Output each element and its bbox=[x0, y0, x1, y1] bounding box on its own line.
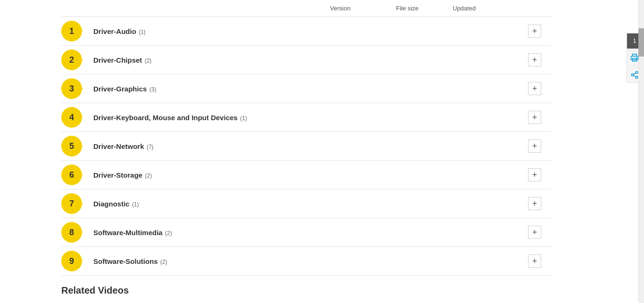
driver-count-9: (2) bbox=[159, 259, 167, 265]
col-updated-header: Updated bbox=[453, 5, 528, 12]
badge-number-5: 5 bbox=[61, 136, 82, 156]
related-videos-title: Related Videos bbox=[61, 285, 552, 296]
badge-number-9: 9 bbox=[61, 251, 82, 271]
driver-action-2: + bbox=[528, 53, 552, 66]
expand-btn-8[interactable]: + bbox=[528, 226, 541, 239]
print-icon bbox=[630, 54, 639, 62]
badge-number-8: 8 bbox=[61, 222, 82, 243]
badge-container-7: 7 bbox=[61, 193, 90, 214]
driver-row-left-9: 9 Software-Solutions (2) bbox=[61, 251, 330, 271]
driver-row-5: 5 Driver-Network (7) + bbox=[61, 132, 552, 161]
driver-row-7: 7 Diagnostic (1) + bbox=[61, 189, 552, 218]
expand-btn-9[interactable]: + bbox=[528, 254, 541, 268]
driver-action-3: + bbox=[528, 82, 552, 95]
badge-container-5: 5 bbox=[61, 136, 90, 156]
table-header: Version File size Updated bbox=[61, 0, 552, 17]
driver-row-left-3: 3 Driver-Graphics (3) bbox=[61, 78, 330, 99]
driver-action-1: + bbox=[528, 25, 552, 38]
badge-container-6: 6 bbox=[61, 164, 90, 185]
driver-name-2[interactable]: Driver-Chipset (2) bbox=[93, 56, 151, 64]
driver-name-5[interactable]: Driver-Network (7) bbox=[93, 142, 154, 150]
col-action-header bbox=[528, 5, 552, 12]
driver-row-left-1: 1 Driver-Audio (1) bbox=[61, 21, 330, 41]
driver-name-7[interactable]: Diagnostic (1) bbox=[93, 200, 139, 208]
expand-btn-4[interactable]: + bbox=[528, 111, 541, 124]
expand-btn-7[interactable]: + bbox=[528, 197, 541, 210]
share-icon bbox=[630, 71, 639, 79]
badge-number-6: 6 bbox=[61, 164, 82, 185]
driver-row-left-7: 7 Diagnostic (1) bbox=[61, 193, 330, 214]
badge-container-9: 9 bbox=[61, 251, 90, 271]
driver-row-left-6: 6 Driver-Storage (2) bbox=[61, 164, 330, 185]
driver-name-8[interactable]: Software-Multimedia (2) bbox=[93, 229, 172, 237]
driver-row-left-8: 8 Software-Multimedia (2) bbox=[61, 222, 330, 243]
related-videos-section: Related Videos hp hp bbox=[61, 276, 552, 303]
driver-action-7: + bbox=[528, 197, 552, 210]
driver-count-8: (2) bbox=[164, 230, 172, 237]
badge-number-3: 3 bbox=[61, 78, 82, 99]
badge-container-4: 4 bbox=[61, 107, 90, 128]
driver-count-4: (1) bbox=[239, 115, 247, 122]
svg-point-9 bbox=[636, 57, 637, 58]
driver-action-4: + bbox=[528, 111, 552, 124]
badge-container-1: 1 bbox=[61, 21, 90, 41]
badge-number-1: 1 bbox=[61, 21, 82, 41]
expand-btn-2[interactable]: + bbox=[528, 53, 541, 66]
driver-count-2: (2) bbox=[143, 57, 151, 64]
driver-name-1[interactable]: Driver-Audio (1) bbox=[93, 27, 146, 35]
driver-name-3[interactable]: Driver-Graphics (3) bbox=[93, 85, 156, 93]
driver-row-9: 9 Software-Solutions (2) + bbox=[61, 247, 552, 276]
driver-action-5: + bbox=[528, 139, 552, 153]
driver-row-left-4: 4 Driver-Keyboard, Mouse and Input Devic… bbox=[61, 107, 330, 128]
driver-action-6: + bbox=[528, 168, 552, 181]
driver-action-9: + bbox=[528, 254, 552, 268]
svg-line-13 bbox=[633, 75, 636, 77]
driver-name-6[interactable]: Driver-Storage (2) bbox=[93, 171, 152, 179]
badge-number-7: 7 bbox=[61, 193, 82, 214]
scrollbar-track[interactable] bbox=[638, 0, 644, 303]
sidebar-number-label: 1 bbox=[633, 38, 636, 44]
driver-action-8: + bbox=[528, 226, 552, 239]
svg-point-11 bbox=[631, 74, 634, 76]
driver-row-8: 8 Software-Multimedia (2) + bbox=[61, 218, 552, 247]
driver-count-6: (2) bbox=[143, 172, 152, 179]
driver-row-left-2: 2 Driver-Chipset (2) bbox=[61, 49, 330, 70]
svg-line-14 bbox=[633, 73, 636, 74]
expand-btn-3[interactable]: + bbox=[528, 82, 541, 95]
driver-count-5: (7) bbox=[145, 144, 154, 150]
driver-count-7: (1) bbox=[131, 201, 139, 208]
badge-container-3: 3 bbox=[61, 78, 90, 99]
badge-container-8: 8 bbox=[61, 222, 90, 243]
col-name-header bbox=[61, 5, 330, 12]
col-version-header: Version bbox=[330, 5, 396, 12]
col-filesize-header: File size bbox=[396, 5, 453, 12]
driver-row-left-5: 5 Driver-Network (7) bbox=[61, 136, 330, 156]
svg-point-10 bbox=[636, 72, 638, 74]
driver-row-1: 1 Driver-Audio (1) + bbox=[61, 17, 552, 46]
driver-row-3: 3 Driver-Graphics (3) + bbox=[61, 74, 552, 103]
badge-container-2: 2 bbox=[61, 49, 90, 70]
driver-count-3: (3) bbox=[148, 86, 156, 93]
driver-list: 1 Driver-Audio (1) + 2 Driver-Chipset (2… bbox=[61, 17, 552, 276]
driver-count-1: (1) bbox=[137, 29, 146, 35]
scrollbar-thumb[interactable] bbox=[638, 28, 644, 57]
expand-btn-5[interactable]: + bbox=[528, 139, 541, 153]
driver-name-9[interactable]: Software-Solutions (2) bbox=[93, 257, 167, 265]
badge-number-2: 2 bbox=[61, 49, 82, 70]
svg-point-12 bbox=[636, 76, 638, 79]
expand-btn-6[interactable]: + bbox=[528, 168, 541, 181]
driver-row-4: 4 Driver-Keyboard, Mouse and Input Devic… bbox=[61, 103, 552, 132]
driver-name-4[interactable]: Driver-Keyboard, Mouse and Input Devices… bbox=[93, 114, 247, 122]
expand-btn-1[interactable]: + bbox=[528, 25, 541, 38]
driver-row-6: 6 Driver-Storage (2) + bbox=[61, 161, 552, 189]
driver-row-2: 2 Driver-Chipset (2) + bbox=[61, 46, 552, 74]
badge-number-4: 4 bbox=[61, 107, 82, 128]
